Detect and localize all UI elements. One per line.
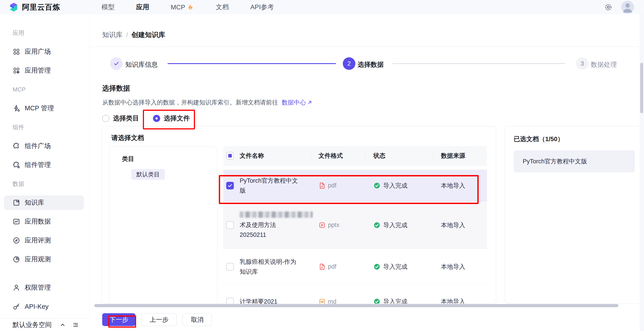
category-panel: 类目 默认类目 <box>109 147 217 304</box>
person-icon <box>12 284 20 291</box>
selected-panel-title: 已选文档（1/50） <box>514 135 564 143</box>
sidebar-item-label: 权限管理 <box>25 283 51 292</box>
table-header: 文件名称 文件格式 状态 数据来源 <box>223 146 487 166</box>
data-mode-radios: 选择类目 选择文件 <box>102 113 204 124</box>
top-nav-item-4[interactable]: 文档 <box>216 3 229 12</box>
top-nav-item-3[interactable]: MCP <box>171 4 194 11</box>
radio-option-1[interactable]: 选择类目 <box>102 114 139 123</box>
status-label: 导入完成 <box>383 297 408 304</box>
sidebar-item-label: 组件广场 <box>25 142 51 151</box>
default-category-chip[interactable]: 默认类目 <box>131 169 165 180</box>
file-format-label: md <box>328 298 336 304</box>
success-check-icon <box>373 298 380 304</box>
workspace-label: 默认业务空间 <box>12 320 53 329</box>
user-avatar[interactable] <box>621 1 634 14</box>
document-picker-card: 请选择文档 类目 默认类目 文件名称 文件格式 状态 数据来源 PyTorch官… <box>102 126 496 304</box>
brand[interactable]: 阿里云百炼 <box>9 0 60 14</box>
sidebar-item-app-data[interactable]: 应用数据 <box>0 212 90 231</box>
sidebar-spacer <box>0 269 90 278</box>
previous-step-button[interactable]: 上一步 <box>141 313 177 326</box>
pptx-file-icon: P <box>318 222 326 229</box>
cancel-button[interactable]: 取消 <box>182 313 212 326</box>
sidebar-item-person[interactable]: 权限管理 <box>0 278 90 297</box>
top-nav-label: 应用 <box>136 3 149 12</box>
external-link-icon <box>307 100 313 105</box>
selected-document-item[interactable]: PyTorch官方教程中文版 <box>514 150 635 172</box>
selected-documents-panel: 已选文档（1/50） PyTorch官方教程中文版 <box>504 126 642 304</box>
select-all-checkbox[interactable] <box>226 152 234 160</box>
top-nav-item-2[interactable]: 应用 <box>136 3 149 12</box>
file-format-label: pdf <box>328 182 336 189</box>
horizontal-scrollbar-thumb[interactable] <box>94 304 618 307</box>
sidebar-item-label: 应用广场 <box>25 47 51 56</box>
svg-text:P: P <box>321 223 323 227</box>
top-nav-item-1[interactable]: 模型 <box>102 3 114 12</box>
sidebar-item-key[interactable]: API-Key <box>0 297 90 316</box>
puzzle-manage-icon <box>12 161 20 169</box>
table-row[interactable]: PyTorch官方教程中文版 pdf 导入完成 本地导入 <box>223 170 487 202</box>
data-center-link[interactable]: 数据中心 <box>282 98 313 107</box>
sidebar-item-puzzle-manage[interactable]: 组件管理 <box>0 156 90 174</box>
annotation-box-next-button <box>108 315 136 328</box>
sidebar-item-label: 应用评测 <box>25 236 51 245</box>
sidebar-section-title: MCP <box>0 80 90 99</box>
workspace-switcher[interactable]: 默认业务空间 <box>0 318 90 331</box>
main-content: 知识库 / 创建知识库 知识库信息 2 选择数据 3 数据处理 选择数据 从数据… <box>90 14 644 331</box>
sidebar-item-puzzle[interactable]: 组件广场 <box>0 137 90 156</box>
status-cell: 导入完成 <box>373 182 408 190</box>
file-format-label: pdf <box>328 263 336 270</box>
category-label: 类目 <box>122 155 134 163</box>
top-bar: 阿里云百炼 模型应用MCP文档API参考 <box>0 0 644 14</box>
file-name-line: PyTorch官方教程中文 <box>240 176 298 186</box>
row-checkbox[interactable] <box>226 298 234 304</box>
horizontal-scrollbar[interactable] <box>90 304 644 307</box>
chevron-up-icon[interactable] <box>59 321 66 328</box>
column-file-name: 文件名称 <box>240 146 264 165</box>
description-text: 从数据中心选择导入的数据，并构建知识库索引。新增文档请前往 <box>102 98 278 107</box>
row-checkbox[interactable] <box>226 263 234 270</box>
success-check-icon <box>373 182 380 189</box>
sidebar-item-observe[interactable]: 应用观测 <box>0 250 90 269</box>
sidebar-item-evaluate[interactable]: 应用评测 <box>0 231 90 250</box>
radio-option-2[interactable]: 选择文件 <box>153 114 190 123</box>
sidebar-item-label: 组件管理 <box>25 160 51 169</box>
gear-icon[interactable] <box>604 3 612 12</box>
success-check-icon <box>373 263 380 270</box>
next-step-button[interactable]: 下一步 <box>102 313 136 326</box>
column-divider <box>433 151 433 160</box>
file-name-line: 版 <box>240 186 298 195</box>
source-cell: 本地导入 <box>441 263 465 271</box>
apps-grid-icon <box>12 48 20 56</box>
sidebar-section-title: 组件 <box>0 118 90 137</box>
sidebar-item-mcp[interactable]: MCP 管理 <box>0 99 90 118</box>
row-checkbox[interactable] <box>226 221 234 229</box>
top-nav-item-5[interactable]: API参考 <box>250 3 274 12</box>
file-format-cell: Ppptx <box>318 222 340 229</box>
radio-button[interactable] <box>153 115 160 122</box>
row-checkbox[interactable] <box>226 182 234 189</box>
sidebar-item-apps-grid[interactable]: 应用广场 <box>0 42 90 61</box>
status-cell: 导入完成 <box>373 221 408 229</box>
sidebar-item-apps-manage[interactable]: 应用管理 <box>0 61 90 80</box>
table-row[interactable]: 计学精要2021 Mmd 导入完成 本地导入 <box>223 285 487 304</box>
radio-label: 选择文件 <box>164 114 190 123</box>
breadcrumb-parent[interactable]: 知识库 <box>102 30 122 40</box>
file-format-label: pptx <box>328 222 340 228</box>
collapse-menu-icon[interactable] <box>72 321 79 328</box>
table-row[interactable]: 乳腺癌相关说明-作为知识库 pdf 导入完成 本地导入 <box>223 249 487 285</box>
vertical-scrollbar-thumb[interactable] <box>640 63 643 113</box>
md-file-icon: M <box>318 298 326 304</box>
source-cell: 本地导入 <box>441 297 465 304</box>
step1-label: 知识库信息 <box>125 60 158 69</box>
pdf-file-icon <box>318 263 326 270</box>
bailian-logo-icon <box>9 3 18 12</box>
status-cell: 导入完成 <box>373 263 408 271</box>
sidebar-item-knowledge-base[interactable]: 知识库 <box>0 193 90 212</box>
radio-button[interactable] <box>102 115 110 122</box>
table-row[interactable]: 术及使用方法20250211 Ppptx 导入完成 本地导入 <box>223 202 487 249</box>
top-nav-label: MCP <box>171 4 185 11</box>
file-name-cell: 术及使用方法20250211 <box>240 211 307 240</box>
top-nav-label: 模型 <box>102 3 114 12</box>
app-window: 阿里云百炼 模型应用MCP文档API参考 应用应用广场应用管理MCPMCP 管理… <box>0 0 644 331</box>
vertical-scrollbar[interactable] <box>640 14 644 331</box>
